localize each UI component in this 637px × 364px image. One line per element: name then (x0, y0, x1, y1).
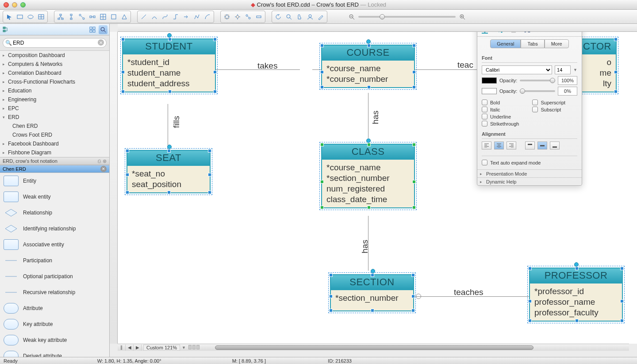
resize-handle[interactable] (208, 149, 211, 153)
tree-item[interactable]: ▸Cross-Functional Flowcharts (0, 77, 109, 86)
resize-handle[interactable] (528, 267, 532, 270)
resize-handle[interactable] (320, 180, 324, 184)
resize-handle[interactable] (126, 149, 129, 153)
resize-handle[interactable] (367, 85, 371, 89)
tree-item[interactable]: ▸Correlation Dashboard (0, 69, 109, 77)
resize-handle[interactable] (620, 299, 624, 303)
font-icon[interactable]: A (522, 32, 532, 35)
resize-handle[interactable] (121, 38, 125, 41)
check-italic[interactable]: Italic (482, 107, 519, 112)
resize-handle[interactable] (528, 299, 532, 303)
stencil-item[interactable]: Derived attribute (0, 348, 109, 357)
valign-middle[interactable] (537, 142, 547, 149)
resize-handle[interactable] (620, 267, 624, 270)
tree-item[interactable]: Crows Foot ERD (0, 130, 109, 139)
shadow-icon[interactable] (508, 32, 518, 35)
library-search-input[interactable] (3, 38, 107, 48)
tree-tool-3[interactable] (77, 12, 87, 22)
hand-tool[interactable] (294, 12, 305, 22)
library-tree-icon[interactable] (2, 25, 11, 34)
resize-handle[interactable] (614, 70, 618, 74)
smart-conn-tool[interactable] (170, 12, 181, 22)
rect-tool[interactable] (15, 12, 25, 22)
resize-handle[interactable] (213, 70, 217, 74)
stencil-item[interactable]: Weak key attribute (0, 332, 109, 348)
resize-handle[interactable] (411, 309, 415, 312)
resize-handle[interactable] (614, 90, 618, 93)
resize-handle[interactable] (367, 143, 371, 146)
stencil-item[interactable]: Associative entity (0, 237, 109, 253)
tree-item[interactable]: Chen ERD (0, 122, 109, 130)
line-tool[interactable] (138, 12, 149, 22)
resize-handle[interactable] (213, 38, 217, 41)
resize-handle[interactable] (528, 319, 532, 322)
bezier-tool[interactable] (160, 12, 170, 22)
zoom-readout[interactable]: Custom 121% (143, 345, 180, 351)
stencil-item[interactable]: Recursive relationship (0, 284, 109, 300)
zoom-tool[interactable] (284, 12, 294, 22)
bg-color-swatch[interactable] (482, 88, 497, 94)
page-first[interactable]: ‖ (118, 345, 126, 351)
resize-handle[interactable] (320, 44, 324, 47)
minimize-window-button[interactable] (12, 2, 17, 8)
resize-handle[interactable] (412, 180, 416, 184)
valign-bottom[interactable] (550, 142, 560, 149)
tree-item[interactable]: ▸Fishbone Diagram (0, 148, 109, 157)
resize-handle[interactable] (575, 319, 579, 322)
resize-handle[interactable] (371, 309, 374, 312)
zoom-in-button[interactable] (458, 13, 466, 21)
rotation-handle[interactable] (574, 262, 579, 267)
resize-handle[interactable] (411, 273, 415, 277)
rapid-1[interactable] (222, 12, 232, 22)
arc-tool[interactable] (202, 12, 213, 22)
stencil-item[interactable]: Weak entity (0, 189, 109, 205)
page-next[interactable]: ▶ (134, 345, 142, 351)
resize-handle[interactable] (412, 206, 416, 209)
entity-section[interactable]: SECTION *section_number (330, 274, 414, 311)
zoom-thumb[interactable] (380, 14, 385, 19)
ellipse-tool[interactable] (25, 12, 36, 22)
search-clear-button[interactable]: ✕ (98, 39, 104, 46)
resize-handle[interactable] (371, 273, 374, 277)
rotation-handle[interactable] (366, 39, 371, 44)
resize-handle[interactable] (329, 295, 333, 298)
resize-handle[interactable] (412, 85, 416, 89)
text-opacity-slider[interactable] (520, 80, 555, 81)
foot-presentation[interactable]: ▸Presentation Mode (477, 169, 582, 177)
resize-handle[interactable] (167, 149, 171, 153)
resize-handle[interactable] (620, 319, 624, 322)
zoom-track[interactable] (358, 16, 456, 18)
stencil-item[interactable]: Optional participation (0, 268, 109, 284)
stencil-item[interactable]: Relationship (0, 205, 109, 221)
tree-item[interactable]: ▸Computers & Networks (0, 60, 109, 69)
resize-handle[interactable] (575, 267, 579, 270)
entity-class[interactable]: CLASS *course_name *section_number num_r… (321, 144, 415, 208)
underline-color-icon[interactable] (480, 32, 490, 35)
resize-handle[interactable] (167, 191, 171, 194)
resize-handle[interactable] (411, 295, 415, 298)
foot-dynamic-help[interactable]: ▸Dynamic Help (477, 177, 582, 185)
tree-item[interactable]: ▸Composition Dashboard (0, 51, 109, 60)
bg-opacity-slider[interactable] (520, 90, 555, 92)
stencil-section-crowsfoot[interactable]: ERD, crow's foot notation ⎙ ⊗ (0, 157, 109, 165)
rapid-2[interactable] (232, 12, 243, 22)
grid-view-icon[interactable] (88, 25, 97, 34)
horizontal-scrollbar[interactable]: ‖ ◀ ▶ Custom 121% ▼ (118, 344, 629, 351)
resize-handle[interactable] (168, 90, 172, 93)
tab-tabs[interactable]: Tabs (521, 39, 544, 48)
rotation-handle[interactable] (371, 269, 375, 273)
check-superscript[interactable]: Superscript (532, 100, 565, 105)
resize-handle[interactable] (213, 90, 217, 93)
refresh-tool[interactable] (273, 12, 284, 22)
zoom-out-button[interactable] (348, 13, 356, 21)
stencil-item[interactable]: Identifying relationship (0, 221, 109, 237)
resize-handle[interactable] (126, 173, 129, 176)
resize-handle[interactable] (320, 143, 324, 146)
tree-tool-1[interactable] (55, 12, 66, 22)
resize-handle[interactable] (320, 85, 324, 89)
table-tool[interactable] (36, 12, 46, 22)
close-section-button[interactable]: ✕ (100, 166, 107, 172)
check-auto-expand[interactable]: Text auto expand mode (482, 160, 577, 165)
tree-item[interactable]: ▸EPC (0, 104, 109, 113)
arrow-tool[interactable] (181, 12, 192, 22)
